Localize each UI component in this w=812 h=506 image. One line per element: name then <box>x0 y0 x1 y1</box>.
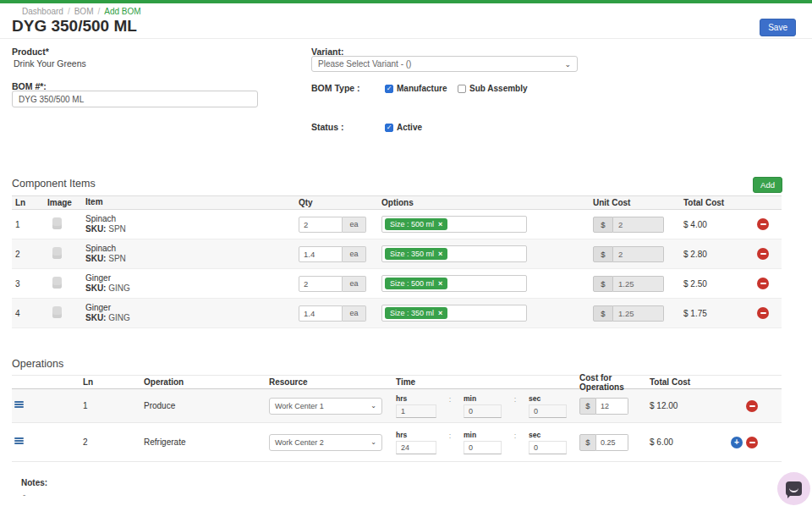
operation-name: Produce <box>135 401 258 410</box>
operation-cost-input[interactable] <box>596 434 628 451</box>
options-field[interactable]: Size : 500 ml× <box>381 275 527 292</box>
sub-assembly-checkbox[interactable] <box>458 85 466 93</box>
unit-cost-input[interactable] <box>613 276 664 292</box>
remove-row-button[interactable] <box>757 278 769 289</box>
chat-launcher-button[interactable] <box>777 472 810 505</box>
messenger-icon <box>786 481 802 496</box>
currency-addon: $ <box>593 246 613 262</box>
remove-row-button[interactable] <box>757 307 769 319</box>
manufacture-label: Manufacture <box>397 84 447 93</box>
breadcrumb-bom[interactable]: BOM <box>74 7 94 16</box>
hrs-input[interactable] <box>396 404 436 418</box>
component-row-1: 1 Spinach SKU: SPN ea Size : 500 ml× $ $… <box>12 210 782 239</box>
add-component-button[interactable]: Add <box>753 177 782 193</box>
operations-table-header: Ln Operation Resource Time Cost for Oper… <box>12 375 782 389</box>
option-tag: Size : 500 ml× <box>385 278 447 289</box>
remove-operation-button[interactable] <box>746 437 758 448</box>
sub-assembly-label: Sub Assembly <box>469 84 528 93</box>
remove-operation-button[interactable] <box>746 400 758 412</box>
qty-input[interactable] <box>299 217 343 233</box>
unit-cost-input[interactable] <box>613 305 664 322</box>
total-cost: $ 12.00 <box>643 401 715 410</box>
image-placeholder-icon <box>52 217 62 229</box>
min-input[interactable] <box>464 404 502 418</box>
hrs-label: hrs <box>396 431 436 439</box>
minus-icon <box>760 283 766 284</box>
drag-handle-icon[interactable] <box>14 401 24 409</box>
qty-input[interactable] <box>299 276 343 292</box>
qty-input[interactable] <box>299 246 343 262</box>
total-cost: $ 4.00 <box>680 220 744 229</box>
manufacture-checkbox[interactable]: ✓ <box>385 85 393 93</box>
top-accent-bar <box>0 0 812 3</box>
resource-select[interactable]: Work Center 1⌄ <box>269 398 382 415</box>
breadcrumb-dashboard[interactable]: Dashboard <box>22 7 63 16</box>
col-time: Time <box>385 377 579 387</box>
minus-icon <box>760 253 766 255</box>
remove-row-button[interactable] <box>757 218 769 230</box>
item-name: Ginger <box>85 303 299 314</box>
sec-input[interactable] <box>529 441 567 454</box>
options-field[interactable]: Size : 350 ml× <box>381 305 527 322</box>
col-image: Image <box>47 198 85 207</box>
currency-addon: $ <box>593 217 613 233</box>
unit-cost-input[interactable] <box>613 246 664 262</box>
operation-cost-input[interactable] <box>596 398 628 415</box>
operations-table: Ln Operation Resource Time Cost for Oper… <box>12 375 782 462</box>
header-divider <box>0 38 812 39</box>
drag-handle-icon[interactable] <box>14 437 24 445</box>
tag-remove-icon[interactable]: × <box>438 220 442 228</box>
col-options: Options <box>381 198 593 207</box>
col-ln: Ln <box>74 377 135 387</box>
line-number: 1 <box>74 401 135 410</box>
component-row-3: 3 Ginger SKU: GING ea Size : 500 ml× $ $… <box>12 269 782 299</box>
save-button[interactable]: Save <box>760 19 796 36</box>
hrs-label: hrs <box>396 394 436 403</box>
options-field[interactable]: Size : 350 ml× <box>381 245 527 262</box>
resource-select[interactable]: Work Center 2⌄ <box>269 434 382 451</box>
total-cost: $ 2.80 <box>680 250 744 259</box>
add-operation-button[interactable]: + <box>731 437 743 448</box>
product-value: Drink Your Greens <box>14 58 86 69</box>
chevron-down-icon: ⌄ <box>370 402 376 410</box>
min-label: min <box>464 431 502 439</box>
qty-input[interactable] <box>299 305 343 322</box>
col-ln: Ln <box>12 198 47 207</box>
operation-row-1: 1 Produce Work Center 1⌄ hrs : min : sec… <box>12 389 782 423</box>
total-cost: $ 2.50 <box>680 279 744 289</box>
component-table-header: Ln Image Item Qty Options Unit Cost Tota… <box>12 195 782 210</box>
qty-unit-addon: ea <box>343 217 366 233</box>
variant-select[interactable]: Please Select Variant - () ⌄ <box>311 56 578 72</box>
notes-value: - <box>23 490 25 499</box>
hrs-input[interactable] <box>396 441 436 454</box>
option-tag: Size : 500 ml× <box>385 218 447 230</box>
operations-title: Operations <box>12 358 63 370</box>
option-tag: Size : 350 ml× <box>385 307 447 319</box>
sec-input[interactable] <box>529 404 567 418</box>
min-label: min <box>464 394 502 403</box>
tag-remove-icon[interactable]: × <box>438 279 442 288</box>
options-field[interactable]: Size : 500 ml× <box>381 216 527 233</box>
active-checkbox[interactable]: ✓ <box>385 124 393 132</box>
remove-row-button[interactable] <box>757 248 769 260</box>
minus-icon <box>749 442 755 443</box>
status-label: Status : <box>311 122 344 132</box>
minus-icon <box>760 312 766 314</box>
unit-cost-input[interactable] <box>613 217 664 233</box>
col-item: Item <box>85 197 299 208</box>
breadcrumb: Dashboard/BOM/Add BOM <box>22 7 141 16</box>
line-number: 1 <box>12 220 47 229</box>
bom-type-label: BOM Type : <box>311 83 360 93</box>
col-operation: Operation <box>135 377 258 387</box>
tag-remove-icon[interactable]: × <box>438 250 442 258</box>
min-input[interactable] <box>464 441 502 454</box>
image-placeholder-icon <box>52 277 62 289</box>
item-sku: SPN <box>108 224 126 234</box>
currency-addon: $ <box>579 398 596 415</box>
product-label: Product* <box>12 47 49 57</box>
component-row-2: 2 Spinach SKU: SPN ea Size : 350 ml× $ $… <box>12 239 782 269</box>
col-qty: Qty <box>299 198 381 207</box>
bom-number-field[interactable] <box>12 91 258 107</box>
total-cost: $ 1.75 <box>680 309 744 318</box>
tag-remove-icon[interactable]: × <box>438 309 442 317</box>
